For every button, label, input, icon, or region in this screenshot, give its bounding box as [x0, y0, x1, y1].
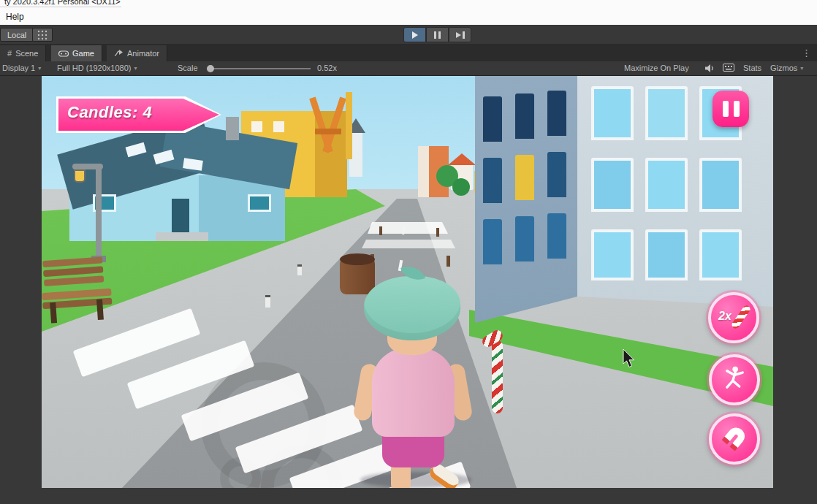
- chimney: [226, 117, 239, 140]
- scale-label: Scale: [178, 64, 198, 72]
- grid-snap-button[interactable]: [32, 28, 53, 42]
- unity-editor-window: ty 2020.3.42f1 Personal <DX11> Help Loca…: [0, 0, 817, 504]
- building-window: [515, 216, 534, 261]
- tab-scene-label: Scene: [15, 49, 38, 58]
- building-window: [547, 213, 566, 259]
- game-pause-button[interactable]: [712, 91, 749, 127]
- window-title: ty 2020.3.42f1 Personal <DX11>: [4, 0, 121, 6]
- building-window: [591, 158, 634, 212]
- building-window: [591, 229, 634, 280]
- building-window: [699, 158, 742, 212]
- building-window: [645, 86, 688, 140]
- play-controls: [403, 27, 471, 42]
- chevron-down-icon: ▾: [134, 65, 137, 72]
- game-viewport[interactable]: Candles: 4 2x: [42, 76, 773, 488]
- powerup-double-candy-button[interactable]: 2x: [708, 292, 759, 343]
- building-window: [645, 158, 688, 212]
- chevron-down-icon: ▾: [800, 65, 803, 72]
- tab-animator[interactable]: Animator: [107, 45, 167, 61]
- building-window: [699, 229, 742, 280]
- bollard: [297, 264, 302, 275]
- tab-overflow-menu[interactable]: ⋮: [802, 47, 811, 58]
- resolution-dropdown-label: Full HD (1920x1080): [57, 64, 132, 72]
- road-post: [379, 226, 382, 235]
- candy-cane-icon: [731, 304, 752, 329]
- jump-figure-icon: [721, 365, 748, 393]
- menu-item-help[interactable]: Help: [6, 12, 24, 22]
- building-window: [515, 93, 534, 139]
- animator-icon: [114, 50, 123, 57]
- step-button[interactable]: [449, 27, 471, 42]
- pause-icon: [723, 101, 729, 117]
- display-dropdown[interactable]: Display 1 ▾: [2, 64, 41, 72]
- resolution-dropdown[interactable]: Full HD (1920x1080) ▾: [57, 64, 137, 72]
- view-tabbar: # Scene Game Animator ⋮: [0, 45, 817, 61]
- powerup-jump-button[interactable]: [709, 354, 760, 405]
- road-post: [446, 256, 450, 267]
- house-door: [172, 199, 189, 234]
- maximize-on-play-button[interactable]: Maximize On Play: [624, 64, 689, 72]
- shortcut-keys-icon: [723, 64, 734, 72]
- tab-game-label: Game: [72, 49, 94, 58]
- character-shirt: [372, 348, 455, 437]
- pause-button[interactable]: [426, 27, 449, 42]
- candy-cane-collectible: [480, 333, 514, 417]
- magnet-icon: [714, 418, 755, 459]
- player-character: [349, 273, 477, 488]
- bollard: [265, 295, 270, 308]
- porch-steps: [156, 232, 208, 241]
- building-window: [547, 91, 566, 136]
- gizmos-dropdown[interactable]: Gizmos ▾: [770, 64, 803, 72]
- audio-mute-icon: [704, 64, 715, 73]
- chevron-down-icon: ▾: [38, 65, 41, 72]
- tab-game[interactable]: Game: [51, 45, 102, 61]
- park-bench: [42, 256, 113, 324]
- scale-value: 0.52x: [317, 64, 337, 72]
- step-icon: [456, 31, 465, 39]
- gamepad-icon: [58, 50, 69, 57]
- pause-icon: [434, 31, 441, 39]
- double-candy-label: 2x: [718, 310, 732, 323]
- lamp-post: [71, 161, 115, 263]
- building-window: [483, 219, 502, 264]
- play-icon: [412, 31, 418, 39]
- stats-button[interactable]: Stats: [743, 64, 761, 72]
- mouse-cursor: [623, 349, 637, 370]
- display-dropdown-label: Display 1: [2, 64, 35, 72]
- main-toolbar: Local: [0, 25, 817, 45]
- scene-icon: #: [7, 49, 12, 58]
- scale-slider-track[interactable]: [207, 68, 311, 69]
- tree: [452, 178, 470, 196]
- titlebar-divider: [0, 7, 121, 7]
- character-hat: [364, 276, 460, 340]
- window-titlebar: ty 2020.3.42f1 Personal <DX11> Help: [0, 0, 817, 25]
- road-post: [436, 228, 439, 237]
- scale-slider-knob[interactable]: [207, 65, 214, 72]
- building-window: [483, 96, 502, 142]
- building-window: [645, 229, 688, 280]
- building-window: [515, 155, 534, 200]
- house-window: [248, 194, 271, 212]
- grid-snap-icon: [37, 30, 48, 40]
- tab-scene[interactable]: # Scene: [0, 45, 46, 61]
- pause-icon: [734, 101, 740, 117]
- candles-counter-label: Candles: 4: [67, 103, 152, 122]
- game-view-toolbar: Display 1 ▾ Full HD (1920x1080) ▾ Scale …: [0, 61, 817, 76]
- shortcut-keys-button[interactable]: [723, 64, 734, 72]
- building-window: [547, 152, 566, 197]
- tab-animator-label: Animator: [127, 49, 159, 58]
- powerup-magnet-button[interactable]: [709, 413, 760, 465]
- play-button[interactable]: [403, 27, 426, 42]
- building-window: [483, 158, 502, 203]
- crane-a-frame: [299, 96, 357, 159]
- local-pivot-button[interactable]: Local: [0, 28, 34, 42]
- distant-house-roof: [448, 153, 476, 165]
- building-window: [591, 86, 634, 140]
- mute-audio-button[interactable]: [704, 64, 715, 73]
